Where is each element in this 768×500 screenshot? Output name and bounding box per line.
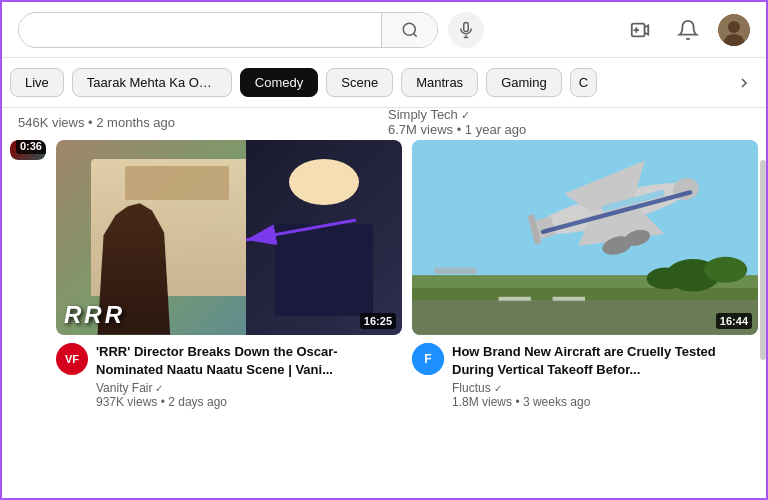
chip-taarak[interactable]: Taarak Mehta Ka Ooltah Chas... xyxy=(72,68,232,97)
svg-line-1 xyxy=(413,33,416,36)
plane-title: How Brand New Aircraft are Cruelly Teste… xyxy=(452,343,758,379)
chip-scene[interactable]: Scene xyxy=(326,68,393,97)
right-video-info: Simply Tech ✓ 6.7M views • 1 year ago xyxy=(380,107,750,137)
plane-meta: How Brand New Aircraft are Cruelly Teste… xyxy=(452,343,758,409)
video-grid: 0:36 RRR xyxy=(2,136,766,409)
rrr-stats: 937K views • 2 days ago xyxy=(96,395,402,409)
svg-point-17 xyxy=(704,257,747,283)
search-input[interactable] xyxy=(19,22,381,38)
svg-point-18 xyxy=(647,268,686,290)
right-channel: Simply Tech xyxy=(388,107,458,122)
svg-rect-32 xyxy=(434,268,477,274)
scrollbar[interactable] xyxy=(760,160,766,360)
partial-video-card[interactable]: 0:36 xyxy=(10,140,46,409)
avatar-image xyxy=(718,14,750,46)
rrr-meta: 'RRR' Director Breaks Down the Oscar-Nom… xyxy=(96,343,402,409)
right-separator: • xyxy=(457,122,465,137)
plane-stats: 1.8M views • 3 weeks ago xyxy=(452,395,758,409)
right-time: 1 year ago xyxy=(465,122,526,137)
add-video-icon xyxy=(629,19,651,41)
right-views: 6.7M views xyxy=(388,122,453,137)
rrr-verified-icon: ✓ xyxy=(155,383,163,394)
categories-bar: Live Taarak Mehta Ka Ooltah Chas... Come… xyxy=(2,58,766,108)
video-card-rrr[interactable]: RRR xyxy=(56,140,402,409)
left-views: 546K views xyxy=(18,115,84,130)
chip-comedy[interactable]: Comedy xyxy=(240,68,318,97)
plane-verified-icon: ✓ xyxy=(494,383,502,394)
rrr-logo: RRR xyxy=(64,301,125,329)
header-icons xyxy=(622,12,750,48)
chip-partial[interactable]: C xyxy=(570,68,597,97)
bell-icon xyxy=(677,19,699,41)
plane-thumb-bg xyxy=(412,140,758,335)
mic-icon xyxy=(457,21,475,39)
left-time: 2 months ago xyxy=(96,115,175,130)
rrr-duration-badge: 16:25 xyxy=(360,313,396,329)
avatar[interactable] xyxy=(718,14,750,46)
search-button[interactable] xyxy=(381,12,437,48)
rrr-channel-name: Vanity Fair ✓ xyxy=(96,381,402,395)
header xyxy=(2,2,766,58)
plane-thumb-inner xyxy=(412,140,758,335)
info-row: 546K views • 2 months ago Simply Tech ✓ … xyxy=(2,108,766,136)
plane-channel-name: Fluctus ✓ xyxy=(452,381,758,395)
chip-mantras[interactable]: Mantras xyxy=(401,68,478,97)
search-bar xyxy=(18,12,438,48)
chevron-right-button[interactable] xyxy=(730,69,758,97)
plane-thumbnail[interactable]: 16:44 xyxy=(412,140,758,335)
add-video-button[interactable] xyxy=(622,12,658,48)
mic-button[interactable] xyxy=(448,12,484,48)
vf-channel-icon[interactable]: VF xyxy=(56,343,88,375)
video-card-plane[interactable]: 16:44 F How Brand New Aircraft are Cruel… xyxy=(412,140,758,409)
search-icon xyxy=(401,21,419,39)
svg-text:F: F xyxy=(424,352,431,366)
right-verified-badge: ✓ xyxy=(461,109,470,121)
rrr-title: 'RRR' Director Breaks Down the Oscar-Nom… xyxy=(96,343,402,379)
svg-point-0 xyxy=(403,23,415,35)
rrr-thumb-inner: RRR xyxy=(56,140,402,335)
partial-duration-badge: 0:36 xyxy=(16,140,46,154)
chevron-right-icon xyxy=(736,75,752,91)
plane-video-info: F How Brand New Aircraft are Cruelly Tes… xyxy=(412,343,758,409)
notifications-button[interactable] xyxy=(670,12,706,48)
plane-duration-badge: 16:44 xyxy=(716,313,752,329)
rrr-video-info: VF 'RRR' Director Breaks Down the Oscar-… xyxy=(56,343,402,409)
svg-point-9 xyxy=(728,21,740,33)
chip-gaming[interactable]: Gaming xyxy=(486,68,562,97)
left-video-info: 546K views • 2 months ago xyxy=(18,115,380,130)
chip-live[interactable]: Live xyxy=(10,68,64,97)
partial-thumbnail[interactable]: 0:36 xyxy=(10,140,46,160)
fluctus-channel-icon[interactable]: F xyxy=(412,343,444,375)
svg-rect-31 xyxy=(412,300,758,335)
svg-rect-2 xyxy=(464,22,469,31)
rrr-thumbnail[interactable]: RRR xyxy=(56,140,402,335)
